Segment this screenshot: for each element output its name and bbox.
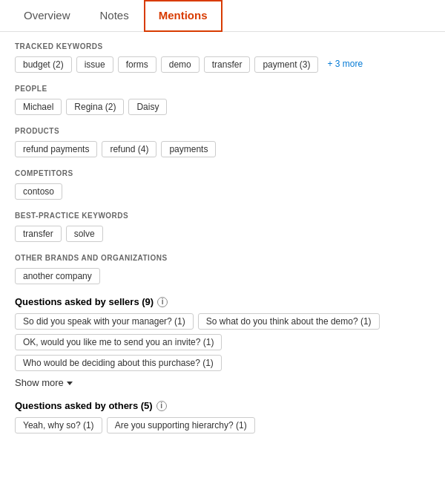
competitors-title: COMPETITORS	[15, 169, 430, 177]
tag-demo[interactable]: demo	[161, 56, 200, 73]
products-section: PRODUCTS refund payments refund (4) paym…	[15, 127, 430, 157]
tag-payment[interactable]: payment (3)	[254, 56, 318, 73]
tabs-bar: Overview Notes Mentions	[0, 0, 445, 32]
tracked-keywords-tags: budget (2) issue forms demo transfer pay…	[15, 56, 430, 73]
best-practice-title: BEST-PRACTICE KEYWORDS	[15, 212, 430, 220]
question-tag-0[interactable]: So did you speak with your manager? (1)	[15, 313, 194, 330]
people-section: PEOPLE Michael Regina (2) Daisy	[15, 85, 430, 115]
other-brands-title: OTHER BRANDS AND ORGANIZATIONS	[15, 254, 430, 262]
tag-regina[interactable]: Regina (2)	[66, 99, 124, 115]
chevron-down-icon	[67, 382, 73, 385]
tag-forms[interactable]: forms	[118, 56, 156, 73]
tag-refund-payments[interactable]: refund payments	[15, 141, 97, 157]
competitors-section: COMPETITORS contoso	[15, 169, 430, 200]
tab-mentions[interactable]: Mentions	[144, 0, 222, 32]
tag-transfer[interactable]: transfer	[204, 56, 251, 73]
products-tags: refund payments refund (4) payments	[15, 141, 430, 157]
show-more-button[interactable]: Show more	[15, 377, 430, 388]
question-others-tag-0[interactable]: Yeah, why so? (1)	[15, 417, 102, 433]
mentions-content: TRACKED KEYWORDS budget (2) issue forms …	[0, 32, 445, 456]
questions-others-tags: Yeah, why so? (1) Are you supporting hie…	[15, 417, 430, 433]
tracked-keywords-section: TRACKED KEYWORDS budget (2) issue forms …	[15, 42, 430, 73]
questions-sellers-info-icon[interactable]: i	[157, 297, 168, 307]
tag-another-company[interactable]: another company	[15, 268, 100, 284]
tab-overview[interactable]: Overview	[9, 0, 85, 32]
best-practice-section: BEST-PRACTICE KEYWORDS transfer solve	[15, 212, 430, 242]
question-others-tag-1[interactable]: Are you supporting hierarchy? (1)	[107, 417, 255, 433]
questions-others-section: Questions asked by others (5) i Yeah, wh…	[15, 400, 430, 433]
tag-michael[interactable]: Michael	[15, 99, 62, 115]
questions-sellers-title: Questions asked by sellers (9) i	[15, 296, 430, 307]
questions-sellers-label: Questions asked by sellers (9)	[15, 296, 154, 307]
tag-more[interactable]: + 3 more	[323, 56, 367, 73]
tag-issue[interactable]: issue	[76, 56, 113, 73]
people-title: PEOPLE	[15, 85, 430, 93]
tag-transfer-bp[interactable]: transfer	[15, 226, 62, 242]
best-practice-tags: transfer solve	[15, 226, 430, 242]
tracked-keywords-title: TRACKED KEYWORDS	[15, 42, 430, 50]
question-tag-3[interactable]: Who would be deciding about this purchas…	[15, 355, 222, 371]
tag-refund[interactable]: refund (4)	[102, 141, 156, 157]
questions-sellers-section: Questions asked by sellers (9) i So did …	[15, 296, 430, 388]
questions-others-title: Questions asked by others (5) i	[15, 400, 430, 411]
tag-contoso[interactable]: contoso	[15, 183, 62, 200]
question-tag-2[interactable]: OK, would you like me to send you an inv…	[15, 334, 222, 350]
tab-notes[interactable]: Notes	[85, 0, 144, 32]
other-brands-tags: another company	[15, 268, 430, 284]
questions-sellers-tags: So did you speak with your manager? (1) …	[15, 313, 430, 371]
products-title: PRODUCTS	[15, 127, 430, 135]
tag-daisy[interactable]: Daisy	[128, 99, 167, 115]
competitors-tags: contoso	[15, 183, 430, 200]
other-brands-section: OTHER BRANDS AND ORGANIZATIONS another c…	[15, 254, 430, 284]
questions-others-label: Questions asked by others (5)	[15, 400, 153, 411]
people-tags: Michael Regina (2) Daisy	[15, 99, 430, 115]
show-more-label: Show more	[15, 377, 64, 388]
tag-payments[interactable]: payments	[161, 141, 216, 157]
tag-solve[interactable]: solve	[66, 226, 103, 242]
question-tag-1[interactable]: So what do you think about the demo? (1)	[198, 313, 380, 330]
questions-others-info-icon[interactable]: i	[156, 401, 167, 411]
tag-budget[interactable]: budget (2)	[15, 56, 72, 73]
